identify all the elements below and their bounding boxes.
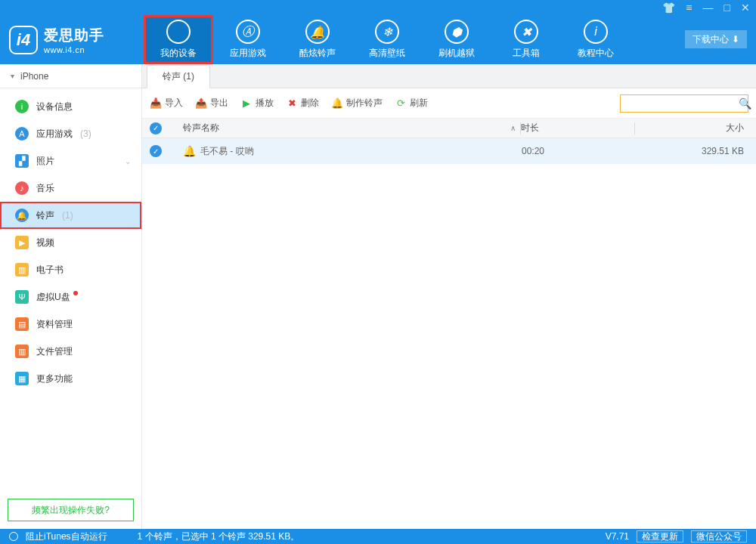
video-icon: ▶ bbox=[15, 236, 29, 249]
sidebar-item-ringtones[interactable]: 🔔 铃声 (1) bbox=[0, 202, 141, 229]
version-label: V7.71 bbox=[606, 531, 629, 542]
tab-ringtones[interactable]: 铃声 (1) bbox=[147, 65, 210, 88]
tab-bar: 铃声 (1) bbox=[142, 64, 756, 88]
maximize-icon[interactable]: □ bbox=[724, 2, 730, 13]
title-bar: 👕 ≡ — □ ✕ bbox=[0, 0, 756, 15]
nav-ringtones[interactable]: 🔔 酷炫铃声 bbox=[283, 15, 352, 64]
tools-icon: ✖ bbox=[514, 20, 538, 44]
top-nav: 我的设备 Ⓐ 应用游戏 🔔 酷炫铃声 ❄ 高清壁纸 ⬢ 刷机越狱 ✖ 工具箱 i… bbox=[144, 15, 756, 64]
sidebar-item-apps[interactable]: A 应用游戏 (3) bbox=[0, 120, 141, 147]
photo-icon: ▞ bbox=[15, 154, 29, 168]
status-summary: 1 个铃声，已选中 1 个铃声 329.51 KB。 bbox=[138, 530, 300, 543]
sidebar-item-more[interactable]: ▦ 更多功能 bbox=[0, 365, 141, 392]
sidebar-item-photos[interactable]: ▞ 照片 ⌄ bbox=[0, 147, 141, 175]
data-icon: ▤ bbox=[15, 317, 29, 331]
faq-button[interactable]: 频繁出现操作失败? bbox=[8, 499, 134, 521]
refresh-icon: ⟳ bbox=[395, 97, 407, 110]
status-bar: 阻止iTunes自动运行 1 个铃声，已选中 1 个铃声 329.51 KB。 … bbox=[0, 529, 756, 544]
sidebar-item-data[interactable]: ▤ 资料管理 bbox=[0, 311, 141, 338]
select-all-checkbox[interactable]: ✓ bbox=[150, 122, 162, 134]
folder-icon: ▥ bbox=[15, 345, 29, 358]
toolbar: 📥 导入 📤 导出 ▶ 播放 ✖ 删除 🔔 制作铃声 ⟳ 刷新 bbox=[142, 88, 756, 119]
nav-apps[interactable]: Ⓐ 应用游戏 bbox=[213, 15, 283, 64]
col-size[interactable]: 大小 bbox=[635, 122, 748, 134]
sort-asc-icon: ∧ bbox=[510, 124, 516, 132]
chevron-down-icon: ⌄ bbox=[125, 157, 131, 165]
appstore-icon: Ⓐ bbox=[236, 20, 260, 44]
itunes-toggle[interactable]: 阻止iTunes自动运行 bbox=[26, 530, 107, 543]
table-row[interactable]: ✓ 🔔 毛不易 - 哎哟 00:20 329.51 KB bbox=[142, 138, 756, 164]
header: i4 爱思助手 www.i4.cn 我的设备 Ⓐ 应用游戏 🔔 酷炫铃声 ❄ 高… bbox=[0, 15, 756, 64]
col-name[interactable]: 铃声名称 ∧ bbox=[175, 122, 520, 134]
refresh-button[interactable]: ⟳ 刷新 bbox=[395, 97, 428, 110]
sidebar-item-udisk[interactable]: Ψ 虚拟U盘 bbox=[0, 283, 141, 311]
device-selector[interactable]: ▾ iPhone bbox=[0, 64, 141, 88]
sidebar-item-ebook[interactable]: ▥ 电子书 bbox=[0, 256, 141, 283]
ringtone-duration: 00:20 bbox=[522, 146, 635, 156]
bell-plus-icon: 🔔 bbox=[331, 97, 343, 110]
nav-my-device[interactable]: 我的设备 bbox=[144, 15, 213, 64]
nav-wallpapers[interactable]: ❄ 高清壁纸 bbox=[352, 15, 422, 64]
apple-icon bbox=[166, 20, 191, 44]
sidebar-item-video[interactable]: ▶ 视频 bbox=[0, 229, 141, 256]
app-name: 爱思助手 bbox=[44, 26, 104, 45]
ringtone-size: 329.51 KB bbox=[635, 146, 748, 156]
sidebar-item-files[interactable]: ▥ 文件管理 bbox=[0, 338, 141, 365]
delete-button[interactable]: ✖ 删除 bbox=[286, 97, 319, 110]
app-url: www.i4.cn bbox=[44, 45, 104, 54]
table-header: ✓ 铃声名称 ∧ 时长 大小 bbox=[142, 119, 756, 138]
nav-tutorials[interactable]: i 教程中心 bbox=[561, 15, 631, 64]
usb-icon: Ψ bbox=[15, 290, 29, 304]
delete-icon: ✖ bbox=[286, 97, 298, 110]
export-icon: 📤 bbox=[195, 97, 207, 110]
grid-icon: ▦ bbox=[15, 372, 29, 385]
sidebar-item-device-info[interactable]: i 设备信息 bbox=[0, 93, 141, 120]
status-circle-icon bbox=[9, 532, 18, 541]
col-duration[interactable]: 时长 bbox=[521, 122, 634, 134]
tshirt-icon[interactable]: 👕 bbox=[662, 2, 675, 13]
row-checkbox[interactable]: ✓ bbox=[150, 145, 162, 157]
info-icon: i bbox=[584, 20, 608, 44]
nav-tools[interactable]: ✖ 工具箱 bbox=[491, 15, 561, 64]
import-button[interactable]: 📥 导入 bbox=[150, 97, 183, 110]
play-button[interactable]: ▶ 播放 bbox=[240, 97, 274, 110]
play-icon: ▶ bbox=[240, 97, 253, 110]
bell-icon: 🔔 bbox=[15, 209, 29, 222]
search-input[interactable] bbox=[625, 98, 739, 109]
sidebar-item-music[interactable]: ♪ 音乐 bbox=[0, 175, 141, 202]
menu-icon[interactable]: ≡ bbox=[686, 2, 692, 13]
download-center-button[interactable]: 下载中心 ⬇ bbox=[685, 30, 747, 48]
box-icon: ⬢ bbox=[445, 20, 469, 44]
chevron-down-icon: ▾ bbox=[11, 72, 14, 80]
music-icon: ♪ bbox=[15, 181, 29, 195]
wechat-button[interactable]: 微信公众号 bbox=[691, 530, 747, 542]
search-icon: 🔍 bbox=[739, 97, 751, 110]
nav-flash[interactable]: ⬢ 刷机越狱 bbox=[422, 15, 491, 64]
search-box[interactable]: 🔍 bbox=[620, 94, 748, 113]
content: 铃声 (1) 📥 导入 📤 导出 ▶ 播放 ✖ 删除 🔔 制作铃声 bbox=[142, 64, 756, 529]
download-icon: ⬇ bbox=[732, 34, 739, 45]
notification-dot bbox=[73, 291, 78, 295]
export-button[interactable]: 📤 导出 bbox=[195, 97, 228, 110]
ringtone-name: 毛不易 - 哎哟 bbox=[200, 145, 254, 158]
sidebar: ▾ iPhone i 设备信息 A 应用游戏 (3) ▞ 照片 ⌄ ♪ 音乐 bbox=[0, 64, 142, 529]
minimize-icon[interactable]: — bbox=[703, 2, 714, 13]
close-icon[interactable]: ✕ bbox=[741, 2, 750, 13]
logo: i4 爱思助手 www.i4.cn bbox=[0, 26, 144, 54]
bell-icon: 🔔 bbox=[305, 20, 330, 44]
bell-icon: 🔔 bbox=[183, 145, 196, 157]
flower-icon: ❄ bbox=[375, 20, 399, 44]
book-icon: ▥ bbox=[15, 263, 29, 277]
appstore-icon: A bbox=[15, 127, 29, 141]
make-ringtone-button[interactable]: 🔔 制作铃声 bbox=[331, 97, 383, 110]
logo-badge: i4 bbox=[9, 26, 38, 54]
import-icon: 📥 bbox=[150, 97, 162, 110]
info-icon: i bbox=[15, 100, 29, 113]
check-update-button[interactable]: 检查更新 bbox=[637, 530, 683, 542]
